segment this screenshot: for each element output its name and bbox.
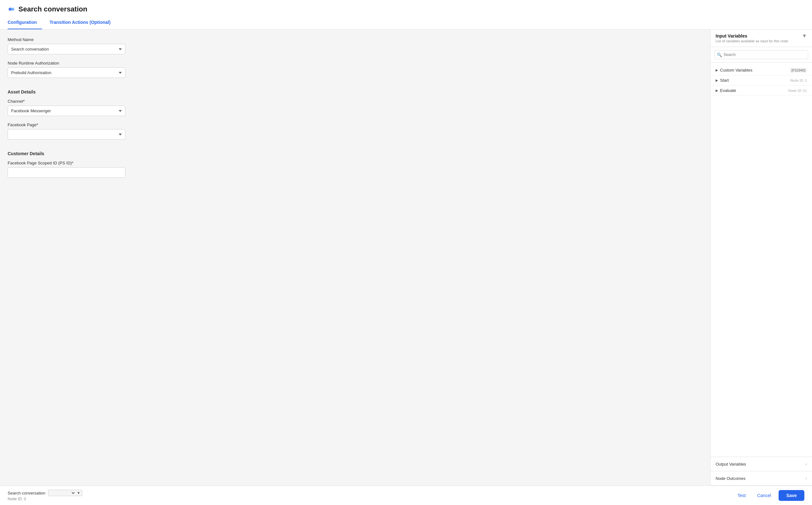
footer-node-name: Search conversation ▼: [8, 490, 83, 496]
asset-details-title: Asset Details: [8, 90, 702, 95]
search-box: 🔍: [710, 47, 812, 63]
channel-select[interactable]: Facebook Messenger: [8, 106, 125, 116]
footer-left: Search conversation ▼ Node ID: 3: [8, 490, 83, 501]
right-panel-header-text: Input Variables List of variables availa…: [715, 33, 788, 43]
fb-page-scoped-id-section: Facebook Page Scoped ID (PS ID)*: [8, 161, 702, 178]
expand-icon: ▶: [715, 89, 718, 92]
customer-details-title: Customer Details: [8, 151, 702, 156]
variable-item-custom[interactable]: ▶ Custom Variables [F31940]: [710, 65, 812, 75]
output-variables-title: Output Variables: [715, 462, 746, 467]
right-panel-subtitle: List of variables available as input for…: [715, 39, 788, 43]
tabs-row: Configuration Transition Actions (Option…: [8, 17, 804, 29]
variables-list: ▶ Custom Variables [F31940] ▶ Start Node…: [710, 63, 812, 457]
variable-item-start[interactable]: ▶ Start Node ID: 2: [710, 75, 812, 86]
cancel-button[interactable]: Cancel: [754, 490, 775, 501]
page-title: Search conversation: [18, 5, 87, 13]
app-container: Search conversation Configuration Transi…: [0, 0, 812, 505]
header: Search conversation Configuration Transi…: [0, 0, 812, 30]
variable-node-id: Node ID: 2: [790, 78, 807, 82]
divider-2: [8, 146, 702, 151]
variable-name: Start: [720, 78, 729, 83]
variable-name: Custom Variables: [720, 68, 753, 72]
variable-item-evaluate[interactable]: ▶ Evaluate Node ID: 51: [710, 86, 812, 96]
chevron-right-icon: ›: [805, 476, 807, 481]
channel-label: Channel*: [8, 99, 702, 104]
fb-page-scoped-id-label: Facebook Page Scoped ID (PS ID)*: [8, 161, 702, 165]
page-title-row: Search conversation: [8, 5, 804, 13]
facebook-page-select[interactable]: [8, 129, 125, 140]
expand-icon: ▶: [715, 78, 718, 82]
variable-item-left: ▶ Evaluate: [715, 88, 736, 93]
footer-method-select[interactable]: [50, 491, 76, 495]
footer-node-id: Node ID: 3: [8, 497, 83, 501]
right-panel-title: Input Variables: [715, 33, 788, 38]
output-variables-section[interactable]: Output Variables ›: [710, 457, 812, 471]
method-name-section: Method Name Search conversation: [8, 37, 702, 54]
svg-point-1: [11, 8, 14, 11]
variable-badge: [F31940]: [790, 68, 807, 72]
main-layout: Method Name Search conversation Node Run…: [0, 30, 812, 486]
node-outcomes-section[interactable]: Node Outcomes ›: [710, 471, 812, 486]
node-runtime-auth-select[interactable]: Prebuild Authorisation: [8, 67, 125, 78]
channel-section: Channel* Facebook Messenger: [8, 99, 702, 116]
variable-node-id: Node ID: 51: [788, 89, 807, 93]
tab-transition-actions[interactable]: Transition Actions (Optional): [50, 17, 116, 29]
search-icon: 🔍: [717, 52, 722, 57]
variable-item-left: ▶ Custom Variables: [715, 68, 753, 72]
right-panel: Input Variables List of variables availa…: [710, 30, 812, 486]
variable-name: Evaluate: [720, 88, 736, 93]
expand-icon: ▶: [715, 68, 718, 72]
node-runtime-auth-section: Node Runtime Authorization Prebuild Auth…: [8, 61, 702, 78]
right-panel-header: Input Variables List of variables availa…: [710, 30, 812, 47]
footer-actions: Test Cancel Save: [734, 490, 804, 501]
method-name-select[interactable]: Search conversation: [8, 44, 125, 54]
chevron-right-icon: ›: [805, 462, 807, 467]
fb-page-scoped-id-input[interactable]: [8, 167, 125, 178]
facebook-page-section: Facebook Page*: [8, 123, 702, 140]
node-runtime-auth-label: Node Runtime Authorization: [8, 61, 702, 65]
facebook-page-label: Facebook Page*: [8, 123, 702, 127]
footer-select-wrapper[interactable]: ▼: [48, 490, 83, 496]
logo-icon: [8, 5, 15, 13]
customer-details-section: Customer Details Facebook Page Scoped ID…: [8, 151, 702, 178]
left-panel: Method Name Search conversation Node Run…: [0, 30, 710, 486]
save-button[interactable]: Save: [779, 490, 804, 501]
footer-select-chevron: ▼: [77, 491, 81, 495]
divider-1: [8, 84, 702, 90]
right-panel-bottom: Output Variables › Node Outcomes ›: [710, 457, 812, 486]
tab-configuration[interactable]: Configuration: [8, 17, 42, 29]
collapse-button[interactable]: ▼: [802, 33, 807, 38]
footer-bar: Search conversation ▼ Node ID: 3 Test Ca…: [0, 486, 812, 505]
node-outcomes-title: Node Outcomes: [715, 476, 746, 481]
test-button[interactable]: Test: [734, 490, 750, 501]
method-name-label: Method Name: [8, 37, 702, 42]
variables-search-input[interactable]: [714, 50, 808, 59]
variable-item-left: ▶ Start: [715, 78, 729, 83]
asset-details-section: Asset Details Channel* Facebook Messenge…: [8, 90, 702, 140]
